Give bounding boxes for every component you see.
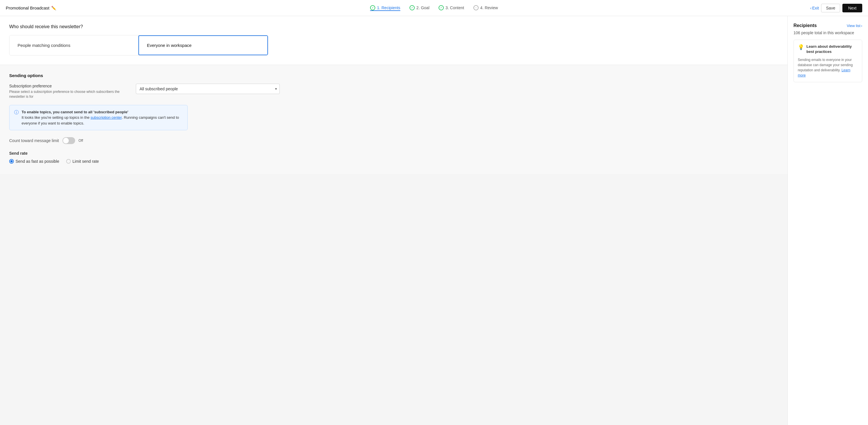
- toggle-off-label: Off: [79, 139, 83, 143]
- sidebar-title: Recipients: [794, 23, 817, 28]
- step3-icon: ✓: [439, 5, 444, 10]
- tip-body: Sending emails to everyone in your datab…: [798, 57, 858, 78]
- lightbulb-icon: 💡: [798, 44, 804, 50]
- recipients-section-title: Who should receive this newsletter?: [9, 24, 778, 29]
- view-list-link[interactable]: View list ›: [847, 24, 862, 28]
- topics-info-text: To enable topics, you cannot send to all…: [22, 109, 183, 126]
- main-layout: Who should receive this newsletter? Peop…: [0, 16, 868, 425]
- send-fast-option[interactable]: Send as fast as possible: [9, 159, 59, 164]
- exit-button[interactable]: ‹ Exit: [810, 6, 819, 10]
- send-rate-radio-group: Send as fast as possible Limit send rate: [9, 159, 778, 164]
- message-limit-toggle[interactable]: [62, 137, 75, 144]
- step1-label: 1. Recipients: [377, 5, 400, 10]
- subscription-preference-row: Subscription preference Please select a …: [9, 84, 778, 99]
- step1-icon: ✓: [370, 5, 375, 10]
- chevron-right-icon: ›: [861, 24, 862, 28]
- recipients-section: Who should receive this newsletter? Peop…: [0, 16, 787, 65]
- tip-heading: Learn about deliverability best practice…: [806, 44, 858, 54]
- subscription-label: Subscription preference: [9, 84, 130, 88]
- step4-icon: ○: [473, 5, 478, 10]
- recipient-card-group: People matching conditions Everyone in w…: [9, 35, 268, 56]
- step3-label: 3. Content: [445, 5, 464, 10]
- content-area: Who should receive this newsletter? Peop…: [0, 16, 787, 425]
- step-review[interactable]: ○ 4. Review: [473, 5, 498, 11]
- step-nav: ✓ 1. Recipients ✓ 2. Goal ✓ 3. Content ○…: [370, 5, 498, 11]
- step-goal[interactable]: ✓ 2. Goal: [409, 5, 429, 11]
- header-title-group: Promotional Broadcast ✏️: [6, 5, 56, 10]
- step-recipients[interactable]: ✓ 1. Recipients: [370, 5, 400, 11]
- info-circle-icon: ⓘ: [14, 109, 19, 116]
- limit-send-option[interactable]: Limit send rate: [66, 159, 99, 164]
- topics-info-box: ⓘ To enable topics, you cannot send to a…: [9, 105, 188, 131]
- deliverability-tip-box: 💡 Learn about deliverability best practi…: [794, 40, 862, 82]
- sidebar-header: Recipients View list ›: [794, 23, 862, 28]
- topics-info-bold: To enable topics, you cannot send to all…: [22, 110, 128, 114]
- save-button[interactable]: Save: [821, 4, 840, 12]
- people-count: 106 people total in this workspace: [794, 31, 862, 35]
- next-button[interactable]: Next: [842, 4, 862, 12]
- header: Promotional Broadcast ✏️ ✓ 1. Recipients…: [0, 0, 868, 16]
- subscription-label-group: Subscription preference Please select a …: [9, 84, 130, 99]
- step2-label: 2. Goal: [416, 5, 429, 10]
- subscription-center-link[interactable]: subscription center: [91, 115, 122, 120]
- sending-options-section: Sending options Subscription preference …: [0, 65, 787, 174]
- step2-icon: ✓: [409, 5, 415, 10]
- subscription-select[interactable]: All subscribed people Specific subscript…: [136, 84, 280, 94]
- message-limit-row: Count toward message limit Off: [9, 137, 778, 144]
- toggle-slider: [62, 137, 75, 144]
- step-content[interactable]: ✓ 3. Content: [439, 5, 464, 11]
- everyone-in-workspace-card[interactable]: Everyone in workspace: [138, 35, 268, 55]
- learn-more-link[interactable]: Learn more: [798, 68, 850, 77]
- send-rate-group: Send rate Send as fast as possible Limit…: [9, 151, 778, 164]
- limit-send-label: Limit send rate: [72, 159, 99, 164]
- edit-title-icon[interactable]: ✏️: [51, 6, 56, 10]
- send-rate-title: Send rate: [9, 151, 778, 156]
- people-matching-card[interactable]: People matching conditions: [9, 35, 138, 55]
- app-title: Promotional Broadcast: [6, 5, 50, 10]
- subscription-select-wrapper: All subscribed people Specific subscript…: [136, 84, 280, 94]
- recipients-sidebar: Recipients View list › 106 people total …: [787, 16, 868, 425]
- send-fast-label: Send as fast as possible: [16, 159, 59, 164]
- subscription-sublabel: Please select a subscription preference …: [9, 90, 130, 99]
- sending-section-title: Sending options: [9, 73, 778, 78]
- limit-send-radio[interactable]: [66, 159, 71, 164]
- tip-header: 💡 Learn about deliverability best practi…: [798, 44, 858, 54]
- exit-chevron-icon: ‹: [810, 6, 812, 10]
- step4-label: 4. Review: [480, 5, 498, 10]
- send-fast-radio[interactable]: [9, 159, 14, 164]
- subscription-control: All subscribed people Specific subscript…: [136, 84, 778, 94]
- message-limit-label: Count toward message limit: [9, 138, 59, 143]
- topics-info-body: It looks like you're setting up topics i…: [22, 115, 179, 125]
- header-actions: ‹ Exit Save Next: [810, 4, 862, 12]
